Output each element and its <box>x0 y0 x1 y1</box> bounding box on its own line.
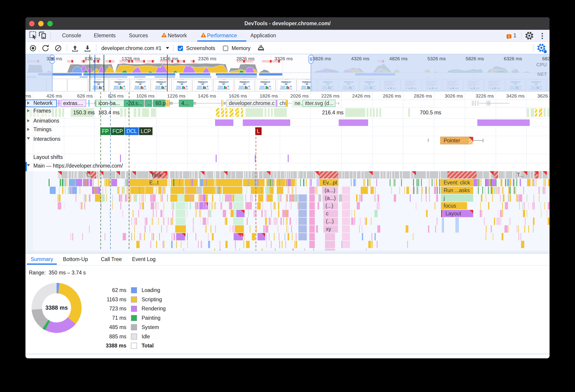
svg-text:FP: FP <box>102 128 109 134</box>
svg-text:-2d.s...: -2d.s... <box>126 100 142 106</box>
svg-text:Task: Task <box>151 172 162 178</box>
svg-text:extras....: extras.... <box>63 100 83 106</box>
svg-text:(...): (...) <box>326 218 334 224</box>
svg-text:LCP: LCP <box>141 128 151 134</box>
svg-text:(a...): (a...) <box>325 195 336 201</box>
svg-text:xy: xy <box>326 226 331 232</box>
svg-text:T...: T... <box>85 172 93 178</box>
svg-text:Layout: Layout <box>445 211 461 217</box>
svg-text:Run ...asks: Run ...asks <box>444 187 470 193</box>
svg-text:j: j <box>443 195 445 201</box>
svg-text:c: c <box>326 211 329 217</box>
svg-text:E...t: E...t <box>149 180 159 186</box>
svg-text:focus: focus <box>444 203 456 209</box>
svg-text:itter.svg (d...: itter.svg (d... <box>305 100 334 106</box>
svg-text:Ev...pt: Ev...pt <box>323 180 337 186</box>
svg-text:(a...): (a...) <box>325 187 335 193</box>
svg-text:icon-ba...: icon-ba... <box>98 100 120 106</box>
svg-text:(...): (...) <box>325 203 334 209</box>
svg-text:Event: click: Event: click <box>444 180 470 186</box>
svg-text:L: L <box>257 128 260 134</box>
svg-text:T...: T... <box>517 172 524 178</box>
svg-text:FCP: FCP <box>113 128 123 134</box>
svg-text:DCL: DCL <box>126 128 137 134</box>
svg-text:..: .. <box>148 100 151 106</box>
svg-text:4...: 4... <box>181 100 189 106</box>
svg-text:Pointer: Pointer <box>444 138 460 144</box>
svg-text:developer.chrome.c: developer.chrome.c <box>229 100 275 106</box>
